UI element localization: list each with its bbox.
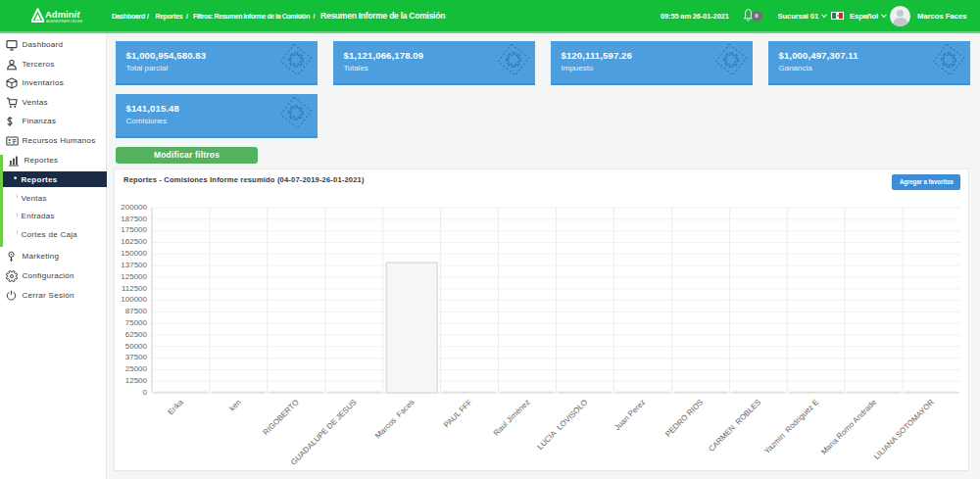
svg-text:50000: 50000 — [125, 342, 148, 351]
svg-text:Raul Jiménez: Raul Jiménez — [492, 398, 532, 438]
svg-text:Yazmin Rodriguez E: Yazmin Rodriguez E — [762, 398, 820, 455]
svg-text:PAUL FFF: PAUL FFF — [442, 398, 474, 430]
svg-text:LUCIA LOVISOLO: LUCIA LOVISOLO — [536, 398, 590, 452]
svg-text:RIGOBERTO: RIGOBERTO — [262, 398, 301, 437]
svg-text:175000: 175000 — [121, 225, 147, 234]
svg-text:Marcos Faces: Marcos Faces — [373, 398, 416, 440]
svg-text:137500: 137500 — [121, 261, 147, 269]
svg-text:0: 0 — [143, 388, 148, 397]
svg-text:75000: 75000 — [125, 318, 148, 327]
svg-text:ken: ken — [227, 398, 242, 412]
svg-text:125000: 125000 — [121, 272, 147, 281]
svg-text:87500: 87500 — [125, 307, 148, 315]
svg-text:Maria Romo Andrade: Maria Romo Andrade — [819, 398, 878, 456]
svg-text:Juan Perez: Juan Perez — [612, 398, 647, 432]
svg-text:GUADALUPE DE JESUS: GUADALUPE DE JESUS — [289, 398, 359, 467]
svg-text:Erika: Erika — [167, 398, 186, 417]
svg-text:187500: 187500 — [121, 215, 147, 223]
svg-text:12500: 12500 — [125, 376, 148, 385]
svg-text:200000: 200000 — [121, 203, 147, 212]
svg-text:37500: 37500 — [125, 353, 148, 361]
svg-text:112500: 112500 — [122, 284, 148, 293]
svg-text:CARMEN ROBLES: CARMEN ROBLES — [707, 398, 762, 454]
svg-text:25000: 25000 — [125, 364, 148, 373]
svg-text:162500: 162500 — [121, 237, 147, 246]
svg-text:62500: 62500 — [125, 330, 148, 339]
svg-text:100000: 100000 — [121, 295, 147, 304]
svg-text:PEDRO RIOS: PEDRO RIOS — [663, 398, 705, 439]
svg-text:LILIANA SOTOMAYOR: LILIANA SOTOMAYOR — [872, 398, 936, 461]
svg-text:150000: 150000 — [121, 249, 147, 258]
